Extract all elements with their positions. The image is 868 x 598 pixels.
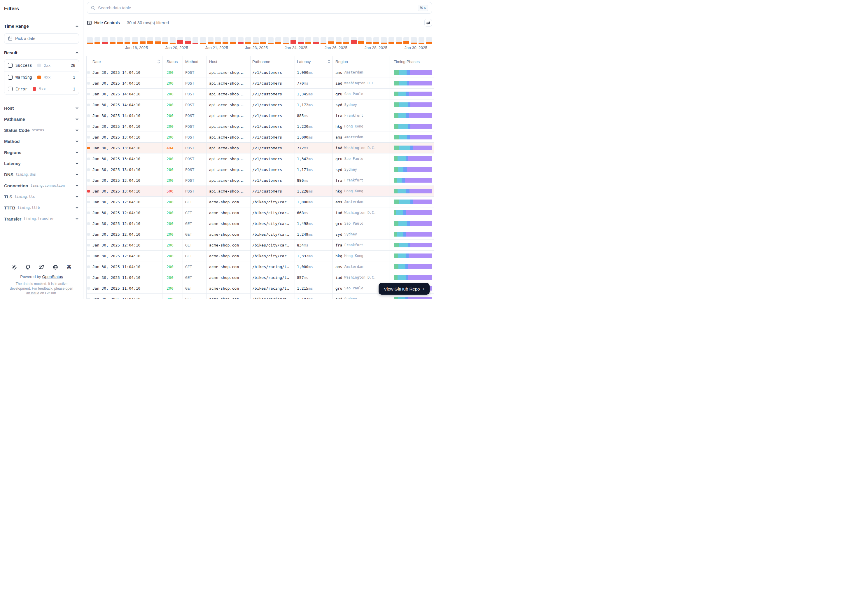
table-row[interactable]: Jan 30, 2025 13:04:10200POSTapi.acme-sho…	[87, 164, 434, 175]
timeline-bar[interactable]	[373, 37, 379, 44]
time-range-section-header[interactable]: Time Range	[4, 24, 79, 28]
timeline-bar[interactable]	[253, 37, 259, 44]
hide-controls-button[interactable]: Hide Controls	[87, 20, 120, 25]
sidebar-filter-status-code[interactable]: Status Codestatus	[0, 124, 83, 136]
timeline-bar[interactable]	[147, 37, 153, 44]
result-option-warning[interactable]: Warning4xx1	[4, 71, 79, 83]
row-select-checkbox[interactable]	[87, 82, 90, 85]
checkbox[interactable]	[8, 87, 12, 91]
timeline-bar[interactable]	[223, 37, 229, 44]
row-select-checkbox[interactable]	[87, 168, 90, 171]
row-select-checkbox[interactable]	[87, 93, 90, 96]
table-row[interactable]: Jan 30, 2025 12:04:10200GETacme-shop.com…	[87, 218, 434, 229]
row-select-checkbox[interactable]	[87, 179, 90, 182]
table-row[interactable]: Jan 30, 2025 11:04:10200GETacme-shop.com…	[87, 272, 434, 283]
row-select-checkbox[interactable]	[87, 244, 90, 247]
github-icon[interactable]	[25, 265, 31, 270]
timeline-chart[interactable]: Jan 18, 2025Jan 20, 2025Jan 21, 2025Jan …	[87, 37, 432, 51]
timeline-bar[interactable]	[283, 37, 289, 44]
timeline-bar[interactable]	[275, 37, 281, 44]
timeline-bar[interactable]	[215, 37, 221, 44]
checkbox[interactable]	[8, 63, 12, 68]
timeline-bar[interactable]	[230, 37, 236, 44]
row-select-checkbox[interactable]	[87, 276, 90, 279]
timeline-bar[interactable]	[162, 37, 168, 44]
view-github-repo-button[interactable]: View GitHub Repo ›	[379, 283, 430, 295]
row-select-checkbox[interactable]	[87, 265, 90, 268]
table-row[interactable]: Jan 30, 2025 12:04:10200GETacme-shop.com…	[87, 208, 434, 218]
table-row[interactable]: Jan 30, 2025 12:04:10200GETacme-shop.com…	[87, 197, 434, 208]
timeline-bar[interactable]	[245, 37, 251, 44]
sidebar-filter-dns[interactable]: DNStiming.dns	[0, 169, 83, 180]
timeline-bar[interactable]	[388, 37, 394, 44]
row-select-checkbox[interactable]	[87, 71, 90, 74]
row-select-checkbox[interactable]	[87, 222, 90, 225]
sidebar-filter-tls[interactable]: TLStiming.tls	[0, 191, 83, 202]
table-row[interactable]: Jan 30, 2025 14:04:10200POSTapi.acme-sho…	[87, 67, 434, 78]
timeline-bar[interactable]	[117, 37, 123, 44]
sidebar-filter-transfer[interactable]: Transfertiming.transfer	[0, 213, 83, 224]
timeline-bar[interactable]	[418, 37, 424, 44]
timeline-bar[interactable]	[200, 37, 206, 44]
timeline-bar[interactable]	[366, 37, 372, 44]
row-select-checkbox[interactable]	[87, 201, 90, 203]
sort-icon[interactable]	[327, 59, 331, 64]
timeline-bar[interactable]	[155, 37, 161, 44]
timeline-bar[interactable]	[94, 37, 100, 44]
timeline-bar[interactable]	[336, 37, 342, 44]
table-row[interactable]: Jan 30, 2025 13:04:10404POSTapi.acme-sho…	[87, 143, 434, 154]
timeline-bar[interactable]	[124, 37, 130, 44]
timeline-bar[interactable]	[358, 37, 364, 44]
timeline-bar[interactable]	[411, 37, 417, 44]
timeline-bar[interactable]	[403, 37, 409, 44]
timeline-bar[interactable]	[328, 37, 334, 44]
openstatus-link[interactable]: OpenStatus	[42, 275, 63, 279]
table-row[interactable]: Jan 30, 2025 13:04:10200POSTapi.acme-sho…	[87, 132, 434, 143]
table-row[interactable]: Jan 30, 2025 14:04:10200POSTapi.acme-sho…	[87, 78, 434, 89]
row-select-checkbox[interactable]	[87, 287, 90, 290]
timeline-bar[interactable]	[396, 37, 402, 44]
row-select-checkbox[interactable]	[87, 114, 90, 117]
timeline-bar[interactable]	[305, 37, 311, 44]
result-option-success[interactable]: Success2xx28	[4, 60, 79, 71]
table-row[interactable]: Jan 30, 2025 14:04:10200POSTapi.acme-sho…	[87, 121, 434, 132]
timeline-bar[interactable]	[170, 37, 176, 44]
timeline-bar[interactable]	[260, 37, 266, 44]
timeline-bar[interactable]	[87, 37, 93, 44]
timeline-bar[interactable]	[193, 37, 198, 44]
timeline-bar[interactable]	[102, 37, 108, 44]
timeline-bar[interactable]	[351, 37, 357, 44]
row-select-checkbox[interactable]	[87, 147, 90, 150]
timeline-bar[interactable]	[298, 37, 304, 44]
table-row[interactable]: Jan 30, 2025 13:04:10500POSTapi.acme-sho…	[87, 186, 434, 197]
table-row[interactable]: Jan 30, 2025 12:04:10200GETacme-shop.com…	[87, 229, 434, 240]
sidebar-filter-method[interactable]: Method	[0, 136, 83, 147]
timeline-bar[interactable]	[290, 37, 296, 44]
timeline-bar[interactable]	[185, 37, 191, 44]
row-select-checkbox[interactable]	[87, 298, 90, 299]
table-row[interactable]: Jan 30, 2025 12:04:10200GETacme-shop.com…	[87, 251, 434, 262]
timeline-bar[interactable]	[177, 37, 183, 44]
date-picker-input[interactable]: Pick a date	[4, 33, 79, 44]
timeline-bar[interactable]	[132, 37, 138, 44]
sort-icon[interactable]	[157, 59, 160, 64]
result-section-header[interactable]: Result	[4, 50, 79, 55]
table-row[interactable]: Jan 30, 2025 14:04:10200POSTapi.acme-sho…	[87, 110, 434, 121]
row-select-checkbox[interactable]	[87, 255, 90, 257]
search-input[interactable]	[98, 6, 415, 10]
row-select-checkbox[interactable]	[87, 233, 90, 236]
row-select-checkbox[interactable]	[87, 190, 90, 193]
row-select-checkbox[interactable]	[87, 125, 90, 128]
column-header-date[interactable]: Date	[90, 56, 163, 67]
timeline-bar[interactable]	[110, 37, 115, 44]
table-row[interactable]: Jan 30, 2025 11:04:10200GETacme-shop.com…	[87, 262, 434, 272]
timeline-bar[interactable]	[268, 37, 273, 44]
checkbox[interactable]	[8, 75, 12, 80]
timeline-bar[interactable]	[343, 37, 349, 44]
globe-icon[interactable]	[53, 265, 58, 270]
column-header-latency[interactable]: Latency	[295, 56, 333, 67]
sidebar-filter-regions[interactable]: Regions	[0, 147, 83, 158]
sidebar-filter-host[interactable]: Host	[0, 102, 83, 114]
timeline-bar[interactable]	[313, 37, 319, 44]
command-icon[interactable]: ⌘	[67, 265, 72, 270]
